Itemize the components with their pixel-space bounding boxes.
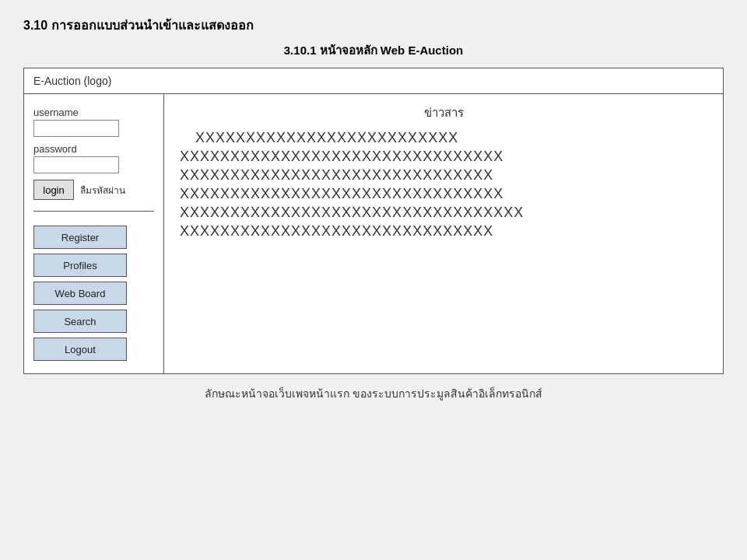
- login-section: username password login ลืมรหัสผ่าน: [33, 107, 154, 212]
- register-button[interactable]: Register: [33, 226, 127, 249]
- search-button[interactable]: Search: [33, 310, 127, 333]
- nav-buttons: Register Profiles Web Board Search Logou…: [33, 226, 154, 361]
- main-area: username password login ลืมรหัสผ่าน Regi…: [24, 94, 723, 373]
- news-title: ข่าวสาร: [180, 103, 707, 122]
- ui-frame: E-Auction (logo) username password login…: [23, 68, 724, 374]
- news-line-5: XXXXXXXXXXXXXXXXXXXXXXXXXXXXXXXXXX: [180, 205, 707, 221]
- username-label: username: [33, 107, 154, 118]
- news-line-6: XXXXXXXXXXXXXXXXXXXXXXXXXXXXXXX: [180, 223, 707, 240]
- logo-bar: E-Auction (logo): [24, 68, 723, 94]
- logout-button[interactable]: Logout: [33, 338, 127, 361]
- sub-heading: 3.10.1 หน้าจอหลัก Web E-Auction: [23, 41, 724, 60]
- login-row: login ลืมรหัสผ่าน: [33, 180, 154, 200]
- sidebar: username password login ลืมรหัสผ่าน Regi…: [24, 94, 164, 373]
- password-input[interactable]: [33, 156, 119, 173]
- news-line-1: XXXXXXXXXXXXXXXXXXXXXXXXXX: [180, 130, 707, 146]
- webboard-button[interactable]: Web Board: [33, 282, 127, 305]
- profiles-button[interactable]: Profiles: [33, 254, 127, 277]
- logo-text: E-Auction (logo): [33, 75, 111, 87]
- news-line-4: XXXXXXXXXXXXXXXXXXXXXXXXXXXXXXXX: [180, 186, 707, 202]
- login-button[interactable]: login: [33, 180, 74, 200]
- username-input[interactable]: [33, 120, 119, 137]
- news-line-3: XXXXXXXXXXXXXXXXXXXXXXXXXXXXXXX: [180, 167, 707, 184]
- news-line-2: XXXXXXXXXXXXXXXXXXXXXXXXXXXXXXXX: [180, 149, 707, 165]
- main-heading: 3.10 การออกแบบส่วนนำเข้าและแสดงออก: [23, 16, 724, 35]
- password-label: password: [33, 143, 154, 155]
- news-lines: XXXXXXXXXXXXXXXXXXXXXXXXXX XXXXXXXXXXXXX…: [180, 130, 707, 240]
- page-container: 3.10 การออกแบบส่วนนำเข้าและแสดงออก 3.10.…: [23, 16, 724, 402]
- forgot-password-text: ลืมรหัสผ่าน: [80, 183, 125, 198]
- footer-caption: ลักษณะหน้าจอเว็บเพจหน้าแรก ของระบบการประ…: [23, 385, 724, 402]
- content-area: ข่าวสาร XXXXXXXXXXXXXXXXXXXXXXXXXX XXXXX…: [164, 94, 723, 373]
